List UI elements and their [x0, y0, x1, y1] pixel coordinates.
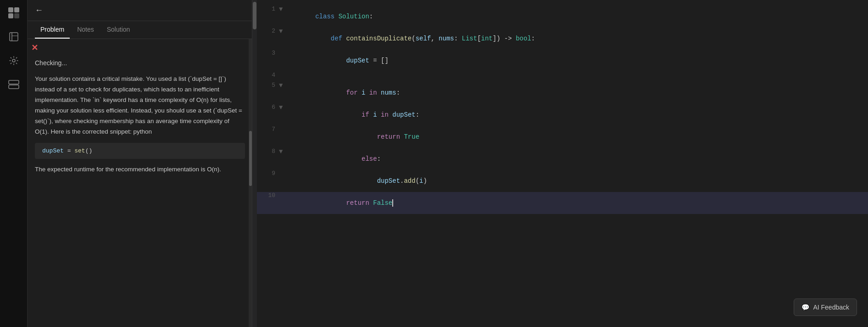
- ai-feedback-button[interactable]: 💬 AI Feedback: [794, 299, 857, 316]
- colon5: :: [396, 89, 400, 96]
- panel-header: ←: [28, 0, 252, 21]
- panel-scrollbar[interactable]: [252, 0, 257, 327]
- indent9: [315, 177, 377, 185]
- type-int: int: [481, 35, 493, 42]
- comma1: ,: [431, 35, 439, 42]
- code-line-10: 10 ▼ return False: [257, 192, 868, 214]
- tab-notes[interactable]: Notes: [72, 21, 100, 39]
- ai-feedback-label: AI Feedback: [813, 304, 849, 311]
- svg-rect-1: [14, 7, 19, 12]
- line-content-6: if i in dupSet:: [284, 104, 419, 126]
- line-num-1: 1: [261, 6, 275, 12]
- var-nums5: nums: [381, 89, 396, 96]
- line-content-2: def containsDuplicate(self, nums: List[i…: [284, 28, 535, 50]
- kw-else: else: [362, 155, 377, 163]
- var-dupset: dupSet: [346, 57, 369, 64]
- panel-scroll-thumb: [253, 2, 256, 29]
- svg-rect-0: [8, 7, 13, 12]
- line-arrow-2: ▼: [279, 28, 284, 35]
- code-line-7: 7 ▼ return True: [257, 126, 868, 148]
- tab-solution[interactable]: Solution: [101, 21, 136, 39]
- kw-return7: return: [377, 133, 404, 141]
- svg-point-7: [12, 59, 15, 62]
- svg-rect-9: [9, 85, 19, 89]
- line-content-1: class Solution:: [284, 6, 373, 28]
- colon-type: :: [454, 35, 462, 42]
- kw-return10: return: [346, 199, 373, 207]
- cursor: [392, 199, 393, 207]
- indent5: [315, 89, 346, 96]
- code-editor-panel: 1 ▼ class Solution: 2 ▼ def containsDupl…: [257, 0, 868, 327]
- indent6: [315, 111, 362, 118]
- cparen9: ): [423, 177, 427, 185]
- paren9: (: [416, 177, 419, 185]
- back-button[interactable]: ←: [35, 6, 43, 15]
- svg-rect-4: [10, 33, 18, 41]
- line-content-10: return False: [284, 192, 393, 214]
- paren-close: ): [496, 35, 500, 42]
- code-line-2: 2 ▼ def containsDuplicate(self, nums: Li…: [257, 28, 868, 50]
- card-icon[interactable]: [6, 77, 21, 92]
- overlay-scrollbar[interactable]: [249, 39, 252, 327]
- val-true: True: [404, 133, 419, 141]
- svg-rect-2: [8, 13, 13, 18]
- var-i9: i: [419, 177, 423, 185]
- param-self: self: [416, 35, 431, 42]
- problem-content: Contains Duplicate 🔗 Easy / Review alue …: [28, 39, 252, 327]
- indent3: [315, 57, 346, 64]
- paren-open: (: [412, 35, 415, 42]
- logo-icon[interactable]: [6, 6, 21, 20]
- code-equals: =: [67, 147, 75, 154]
- line-arrow-5: ▼: [279, 82, 284, 89]
- line-content-5: for i in nums:: [284, 82, 400, 104]
- book-icon[interactable]: [6, 29, 21, 44]
- line-content-7: return True: [284, 126, 419, 148]
- indent10: [315, 199, 346, 207]
- code-var: dupSet: [42, 147, 64, 154]
- kw-class: class: [315, 13, 338, 20]
- val-false: False: [373, 199, 392, 207]
- bracket-close: ]: [493, 35, 496, 42]
- line-num-6: 6: [261, 104, 275, 111]
- colon1: :: [369, 13, 373, 20]
- var-dupset9: dupSet: [377, 177, 400, 185]
- colon8: :: [377, 155, 381, 163]
- fn-add: add: [404, 177, 415, 185]
- line-num-8: 8: [261, 148, 275, 155]
- code-parens: (): [85, 147, 93, 154]
- code-line-9: 9 ▼ dupSet.add(i): [257, 170, 868, 192]
- var-i6: i: [373, 111, 377, 118]
- problem-panel: ← Problem Notes Solution Contains Duplic…: [28, 0, 252, 327]
- kw-for: for: [346, 89, 362, 96]
- line-arrow-8: ▼: [279, 148, 284, 155]
- ai-feedback-text: Your solution contains a critical mistak…: [35, 74, 245, 137]
- code-line-6: 6 ▼ if i in dupSet:: [257, 104, 868, 126]
- ai-close-button[interactable]: ✕: [31, 43, 38, 53]
- class-name: Solution: [339, 13, 369, 20]
- tab-problem[interactable]: Problem: [35, 21, 70, 39]
- bracket-open: [: [477, 35, 481, 42]
- indent8: [315, 155, 362, 163]
- line-content-8: else:: [284, 148, 381, 170]
- var-dupset6: dupSet: [392, 111, 415, 118]
- type-bool: bool: [516, 35, 531, 42]
- arrow-ret: ->: [501, 35, 516, 42]
- line-content-9: dupSet.add(i): [284, 170, 427, 192]
- settings-icon[interactable]: [6, 53, 21, 68]
- kw-in5: in: [365, 89, 381, 96]
- code-editor[interactable]: 1 ▼ class Solution: 2 ▼ def containsDupl…: [257, 0, 868, 327]
- kw-def: def: [331, 35, 346, 42]
- line-arrow-6: ▼: [279, 104, 284, 111]
- ai-followup-text: The expected runtime for the recommended…: [35, 164, 245, 175]
- colon6: :: [416, 111, 419, 118]
- line-num-10: 10: [261, 192, 275, 199]
- code-line-5: 5 ▼ for i in nums:: [257, 82, 868, 104]
- kw-if: if: [362, 111, 373, 118]
- code-line-3: 3 ▼ dupSet = []: [257, 50, 868, 72]
- line-num-9: 9: [261, 170, 275, 177]
- tab-nav: Problem Notes Solution: [28, 21, 252, 39]
- code-line-8: 8 ▼ else:: [257, 148, 868, 170]
- indent2: [315, 35, 331, 42]
- svg-rect-8: [9, 80, 19, 84]
- line-num-3: 3: [261, 50, 275, 56]
